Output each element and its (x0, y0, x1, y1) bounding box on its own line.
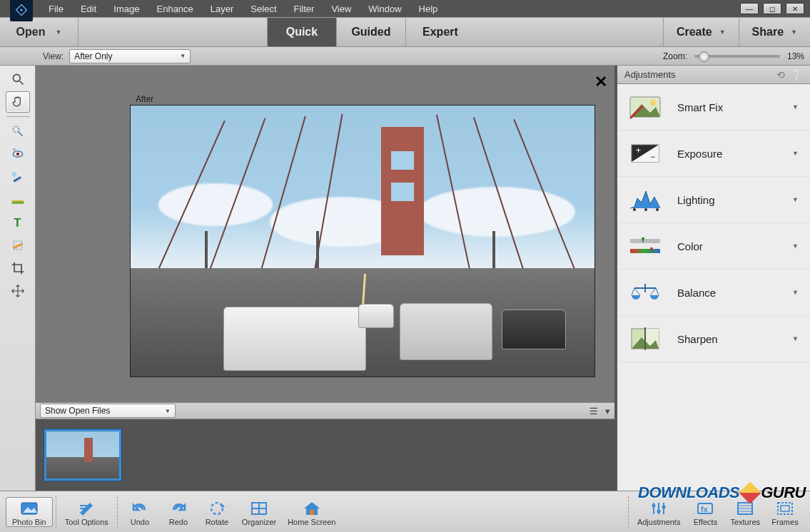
whiten-tool[interactable] (6, 166, 30, 188)
svg-point-55 (652, 503, 656, 507)
svg-point-56 (657, 509, 661, 513)
adjust-exposure[interactable]: +− Exposure ▼ (617, 131, 810, 177)
photo-bin-thumbnail[interactable] (44, 429, 121, 481)
frames-icon (776, 500, 794, 517)
menu-select[interactable]: Select (242, 1, 285, 17)
adjust-label: Color (677, 240, 776, 252)
adjust-sharpen[interactable]: Sharpen ▼ (617, 316, 810, 362)
svg-point-25 (644, 208, 647, 211)
quick-select-tool[interactable] (6, 121, 30, 142)
sharpen-icon (629, 326, 662, 352)
chevron-down-icon: ▼ (792, 196, 799, 203)
task-tooloptions[interactable]: Tool Options (59, 498, 114, 526)
svg-line-5 (18, 132, 22, 136)
smartfix-icon (629, 94, 662, 120)
chevron-down-icon: ▼ (55, 29, 61, 36)
svg-text:fx: fx (701, 505, 709, 513)
reset-icon[interactable]: ⟲ (776, 69, 785, 81)
mode-tab-quick[interactable]: Quick (267, 18, 336, 46)
svg-rect-12 (11, 200, 24, 202)
menu-image[interactable]: Image (105, 1, 148, 17)
menubar: File Edit Image Enhance Layer Select Fil… (0, 0, 810, 17)
adjust-balance[interactable]: Balance ▼ (617, 270, 810, 316)
undo-icon (131, 500, 149, 517)
task-label: Effects (694, 518, 717, 526)
chevron-down-icon: ▼ (791, 29, 797, 36)
task-organizer[interactable]: Organizer (236, 498, 282, 526)
task-label: Redo (169, 518, 188, 526)
svg-line-33 (632, 288, 634, 295)
task-rotate[interactable]: Rotate (198, 498, 236, 526)
zoom-slider[interactable] (694, 55, 780, 58)
adjust-label: Sharpen (677, 333, 776, 345)
window-close-button[interactable]: ✕ (786, 3, 804, 14)
zoom-tool[interactable] (6, 68, 30, 90)
menu-window[interactable]: Window (360, 1, 410, 17)
exposure-icon: +− (629, 140, 662, 166)
svg-point-26 (656, 208, 659, 211)
help-icon[interactable]: ❔ (791, 69, 803, 81)
menu-edit[interactable]: Edit (72, 1, 105, 17)
watermark-text-b: GURU (761, 484, 806, 502)
image-canvas[interactable] (131, 106, 594, 377)
spot-heal-tool[interactable] (6, 235, 30, 256)
bin-sort-icon[interactable]: ☰ (589, 406, 598, 416)
bin-filter-dropdown[interactable]: Show Open Files ▼ (40, 404, 176, 418)
chevron-down-icon: ▼ (792, 242, 799, 250)
adjust-color[interactable]: Color ▼ (617, 223, 810, 270)
task-label: Photo Bin (12, 518, 46, 526)
task-undo[interactable]: Undo (121, 498, 159, 526)
crop-tool[interactable] (6, 257, 30, 279)
move-tool[interactable] (6, 280, 30, 302)
canvas-area: ✕ After (36, 66, 614, 402)
home-icon (303, 500, 321, 517)
adjust-label: Smart Fix (677, 101, 776, 113)
window-maximize-button[interactable]: ◻ (763, 3, 781, 14)
bin-filter-value: Show Open Files (45, 406, 110, 416)
adjustments-panel: Adjustments ⟲ ❔ Smart Fix ▼ +− Exposure … (617, 66, 810, 491)
organizer-icon (250, 500, 268, 517)
adjust-lighting[interactable]: Lighting ▼ (617, 177, 810, 223)
svg-rect-29 (630, 249, 660, 253)
watermark-text-a: DOWNLOADS (638, 484, 739, 502)
svg-rect-62 (781, 506, 789, 511)
task-redo[interactable]: Redo (159, 498, 198, 526)
svg-point-18 (650, 100, 656, 106)
straighten-tool[interactable] (6, 189, 30, 210)
window-minimize-button[interactable]: — (740, 3, 759, 14)
bin-menu-icon[interactable]: ▾ (605, 406, 610, 416)
menu-layer[interactable]: Layer (202, 1, 243, 17)
svg-line-35 (650, 288, 656, 295)
mode-tab-guided[interactable]: Guided (336, 18, 405, 46)
close-document-button[interactable]: ✕ (594, 73, 607, 91)
adjust-label: Lighting (677, 194, 776, 206)
lighting-icon (629, 187, 662, 213)
task-label: Frames (771, 518, 798, 526)
task-homescreen[interactable]: Home Screen (282, 498, 341, 526)
menu-enhance[interactable]: Enhance (148, 1, 202, 17)
menu-filter[interactable]: Filter (285, 1, 323, 17)
menu-file[interactable]: File (40, 1, 72, 17)
taskbar: Photo Bin Tool Options Undo Redo Rotate … (0, 491, 810, 532)
tooloptions-icon (77, 500, 96, 517)
canvas-column: ✕ After (36, 66, 617, 491)
adjust-smartfix[interactable]: Smart Fix ▼ (617, 84, 810, 131)
mode-tab-expert[interactable]: Expert (405, 18, 475, 46)
menu-help[interactable]: Help (410, 1, 447, 17)
view-dropdown[interactable]: After Only ▼ (69, 49, 191, 63)
share-button[interactable]: Share▼ (739, 18, 810, 46)
svg-text:−: − (650, 152, 655, 162)
type-tool[interactable]: T (6, 212, 30, 233)
menu-view[interactable]: View (323, 1, 360, 17)
create-button[interactable]: Create▼ (663, 18, 739, 46)
effects-icon: fx (696, 500, 714, 517)
view-label: View: (43, 51, 64, 61)
redo-icon (169, 500, 188, 517)
open-button[interactable]: Open ▼ (0, 18, 79, 46)
task-photobin[interactable]: Photo Bin (6, 497, 53, 527)
task-label: Adjustments (637, 518, 681, 526)
task-label: Home Screen (288, 518, 335, 526)
open-label: Open (16, 26, 46, 39)
hand-tool[interactable] (6, 91, 30, 113)
redeye-tool[interactable]: + (6, 143, 30, 165)
